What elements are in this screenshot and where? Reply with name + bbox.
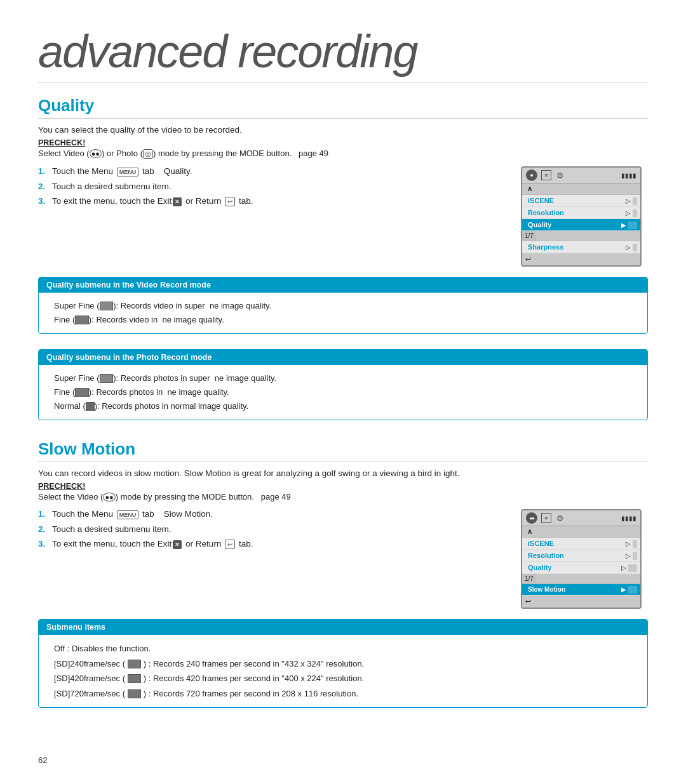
menu-top-bar-sm: ●● ≡ ⚙ ▮▮▮▮ xyxy=(522,510,640,526)
sm-return-icon: ↩ xyxy=(225,540,235,549)
sm-page-indicator: 1/7 xyxy=(522,574,536,583)
back-icon-quality: ↩ xyxy=(525,255,531,263)
sm-iscene-value: ▒ xyxy=(633,540,637,547)
step-num-2: 2. xyxy=(38,182,48,191)
quality-label-menu: Quality xyxy=(525,221,621,229)
page-number: 62 xyxy=(38,755,47,765)
sm-menu-row-resolution: Resolution ▷ ▒ xyxy=(522,550,640,562)
sm-quality-value: ▒▒ xyxy=(628,564,637,571)
quality-video-submenu-header: Quality submenu in the Video Record mode xyxy=(39,277,647,293)
quality-photo-submenu-box: Quality submenu in the Photo Record mode… xyxy=(38,349,648,420)
quality-video-line-1: Super Fine (▒▒): Records video in super … xyxy=(54,299,632,313)
resolution-arrow: ▷ xyxy=(626,209,633,216)
quality-section: Quality You can select the quality of th… xyxy=(38,96,648,420)
sm-quality-arrow: ▷ xyxy=(621,564,628,571)
quality-photo-submenu-header: Quality submenu in the Photo Record mode xyxy=(39,350,647,365)
quality-photo-submenu-body: Super Fine (▒▒): Records photos in super… xyxy=(39,365,647,420)
video-mode-icon: ● xyxy=(526,169,537,181)
sm-slowmotion-arrow: ▶ xyxy=(621,586,628,593)
sm-step-num-3: 3. xyxy=(38,539,48,548)
quality-heading: Quality xyxy=(38,96,648,119)
page-title: advanced recording xyxy=(38,25,648,83)
sm-resolution-value: ▒ xyxy=(633,552,637,559)
menu-icon: MENU xyxy=(117,168,139,176)
sm-iscene-arrow: ▷ xyxy=(626,540,633,547)
iscene-label: iSCENE xyxy=(525,197,626,204)
settings-icon: ⚙ xyxy=(555,170,565,180)
slow-motion-step-1: 1. Touch the Menu MENU tab Slow Motion. xyxy=(38,509,508,519)
slow-motion-submenu-body: Off : Disables the function. [SD]240fram… xyxy=(39,635,647,707)
menu-back-row-quality: ↩ xyxy=(522,253,640,265)
quality-video-line-2: Fine (▒▒): Records video in ne image qua… xyxy=(54,313,632,327)
menu-row-quality: Quality ▶ ▒▒ xyxy=(522,219,640,231)
slow-motion-step-3: 3. To exit the menu, touch the Exit✕ or … xyxy=(38,539,508,549)
slow-motion-submenu-box: Submenu items Off : Disables the functio… xyxy=(38,619,648,708)
slow-motion-precheck-text: Select the Video (●●) mode by pressing t… xyxy=(38,492,648,502)
quality-video-submenu-box: Quality submenu in the Video Record mode… xyxy=(38,277,648,334)
quality-step-2: 2. Touch a desired submenu item. xyxy=(38,182,508,191)
step-text-1: Touch the Menu MENU tab Quality. xyxy=(52,166,192,176)
sm-resolution-label: Resolution xyxy=(525,552,626,559)
sm-menu-page-row: 1/7 xyxy=(522,574,640,584)
sharpness-value: ▒ xyxy=(633,244,637,251)
resolution-label: Resolution xyxy=(525,209,626,216)
sm-line-3: [SD]420frame/sec ( ▒▒ ) : Records 420 fr… xyxy=(54,671,632,686)
sm-step-text-3: To exit the menu, touch the Exit✕ or Ret… xyxy=(52,539,253,549)
up-arrow: ∧ xyxy=(522,183,537,194)
sm-menu-icon: MENU xyxy=(117,510,139,519)
sharpness-arrow: ▷ xyxy=(626,244,633,251)
sm-quality-label: Quality xyxy=(525,564,621,571)
sm-line-4: [SD]720frame/sec ( ▒▒ ) : Records 720 fr… xyxy=(54,686,632,701)
sm-video-mode-icon: ●● xyxy=(526,512,537,524)
sm-menu-up-row: ∧ xyxy=(522,526,640,538)
sharpness-label: Sharpness xyxy=(525,243,626,251)
slow-motion-precheck-label: PRECHECK! xyxy=(38,482,648,491)
quality-precheck-text: Select Video (●●) or Photo (◎) mode by p… xyxy=(38,149,648,159)
sm-iscene-label: iSCENE xyxy=(525,540,626,547)
slow-motion-menu-image: ●● ≡ ⚙ ▮▮▮▮ ∧ iSCENE ▷ ▒ Resolution ▷ xyxy=(521,509,648,609)
return-icon: ↩ xyxy=(225,197,235,206)
quality-video-submenu-body: Super Fine (▒▒): Records video in super … xyxy=(39,293,647,333)
step-text-3: To exit the menu, touch the Exit✕ or Ret… xyxy=(52,196,253,206)
sm-resolution-arrow: ▷ xyxy=(626,552,633,559)
sm-menu-row-slowmotion: Slow Motion ▶ ▒▒ xyxy=(522,584,640,595)
exit-icon: ✕ xyxy=(173,197,182,206)
sm-menu-row-iscene: iSCENE ▷ ▒ xyxy=(522,538,640,550)
menu-list-icon: ≡ xyxy=(541,170,551,180)
iscene-arrow: ▷ xyxy=(626,197,633,204)
step-num-1: 1. xyxy=(38,166,48,176)
sm-battery-icon: ▮▮▮▮ xyxy=(621,515,636,522)
slow-motion-step-2: 2. Touch a desired submenu item. xyxy=(38,524,508,534)
slow-motion-heading: Slow Motion xyxy=(38,439,648,462)
menu-row-sharpness: Sharpness ▷ ▒ xyxy=(522,241,640,253)
quality-step-1: 1. Touch the Menu MENU tab Quality. xyxy=(38,166,508,176)
quality-description: You can select the quality of the video … xyxy=(38,125,648,135)
sm-slowmotion-label: Slow Motion xyxy=(525,586,621,593)
quality-arrow: ▶ xyxy=(621,222,628,229)
sm-step-num-2: 2. xyxy=(38,524,48,534)
menu-row-iscene: iSCENE ▷ ▒ xyxy=(522,195,640,207)
slow-motion-submenu-header: Submenu items xyxy=(39,620,647,635)
iscene-value: ▒ xyxy=(633,197,637,204)
slow-motion-steps-container: 1. Touch the Menu MENU tab Slow Motion. … xyxy=(38,509,648,609)
slow-motion-section: Slow Motion You can record videos in slo… xyxy=(38,439,648,708)
quality-precheck-label: PRECHECK! xyxy=(38,138,648,147)
sm-back-icon: ↩ xyxy=(525,597,531,606)
menu-row-resolution: Resolution ▷ ▒ xyxy=(522,207,640,219)
page-indicator-quality: 1/7 xyxy=(522,231,536,241)
menu-up-row: ∧ xyxy=(522,183,640,195)
slow-motion-steps-list: 1. Touch the Menu MENU tab Slow Motion. … xyxy=(38,509,508,609)
sm-step-text-1: Touch the Menu MENU tab Slow Motion. xyxy=(52,509,213,519)
quality-menu-image: ● ≡ ⚙ ▮▮▮▮ ∧ iSCENE ▷ ▒ Resolution ▷ xyxy=(521,166,648,267)
quality-menu-screenshot: ● ≡ ⚙ ▮▮▮▮ ∧ iSCENE ▷ ▒ Resolution ▷ xyxy=(521,166,642,267)
resolution-value: ▒ xyxy=(633,209,637,216)
menu-page-row-quality: 1/7 xyxy=(522,231,640,241)
sm-menu-back-row: ↩ xyxy=(522,595,640,608)
sm-line-2: [SD]240frame/sec ( ▒▒ ) : Records 240 fr… xyxy=(54,656,632,671)
sm-step-text-2: Touch a desired submenu item. xyxy=(52,524,172,534)
menu-top-bar-quality: ● ≡ ⚙ ▮▮▮▮ xyxy=(522,168,640,183)
quality-photo-line-3: Normal (▒): Records photos in normal ima… xyxy=(54,399,632,413)
sm-exit-icon: ✕ xyxy=(173,540,182,549)
sm-menu-row-quality: Quality ▷ ▒▒ xyxy=(522,562,640,574)
sm-menu-list-icon: ≡ xyxy=(541,513,551,523)
